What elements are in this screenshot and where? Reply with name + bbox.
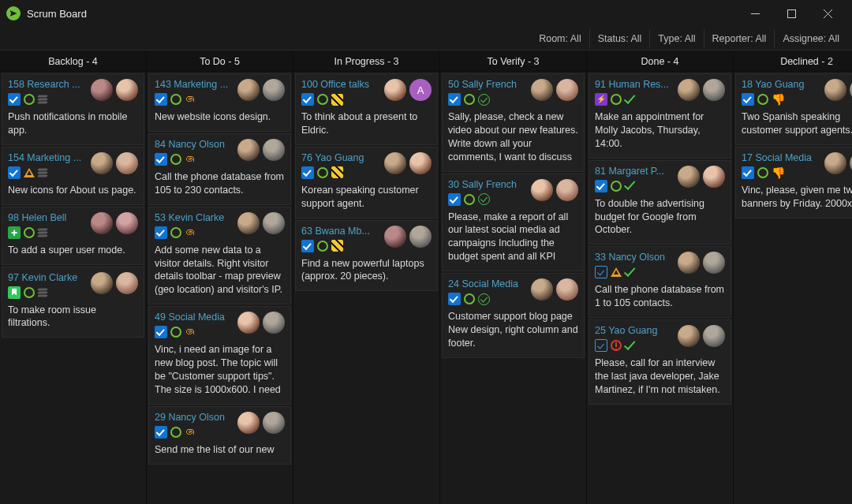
filter-type[interactable]: Type: All: [650, 29, 704, 48]
card-title[interactable]: 53 Kevin Clarke: [155, 212, 233, 223]
card[interactable]: 49 Social MediaVinc, i need an image for…: [148, 306, 291, 405]
card[interactable]: 91 Human Res...Make an appointment for M…: [589, 73, 731, 159]
avatar[interactable]: [237, 212, 260, 234]
card-title[interactable]: 18 Yao Guang: [742, 79, 820, 90]
avatar[interactable]: [116, 79, 138, 101]
card-icons: [8, 226, 86, 239]
column-body[interactable]: 143 Marketing ...New website icons desig…: [147, 72, 293, 504]
column-body[interactable]: 158 Research ...Push notifications in mo…: [0, 72, 146, 504]
card[interactable]: 98 Helen BellTo add a super user mode.: [2, 207, 144, 265]
avatar[interactable]: [384, 152, 406, 174]
card-title[interactable]: 50 Sally French: [448, 79, 526, 90]
card-title[interactable]: 29 Nancy Olson: [155, 412, 233, 423]
card[interactable]: 100 Office talksATo think about a presen…: [295, 73, 438, 145]
close-button[interactable]: [809, 0, 846, 27]
column-body[interactable]: 91 Human Res...Make an appointment for M…: [587, 72, 733, 504]
avatar[interactable]: [678, 252, 700, 274]
avatar[interactable]: [237, 312, 260, 334]
avatar[interactable]: [91, 79, 113, 101]
avatar[interactable]: [237, 139, 260, 161]
maximize-button[interactable]: [773, 0, 809, 27]
avatar[interactable]: [116, 272, 138, 294]
avatar[interactable]: [703, 252, 725, 274]
card[interactable]: 50 Sally FrenchSally, please, check a ne…: [442, 73, 585, 172]
card[interactable]: 17 Social MediaVinc, please, given me tw…: [735, 147, 852, 218]
avatar[interactable]: [703, 325, 725, 347]
card-title[interactable]: 154 Marketing ...: [8, 152, 86, 163]
card-title[interactable]: 98 Helen Bell: [8, 212, 86, 223]
avatar[interactable]: [263, 312, 285, 334]
avatar[interactable]: [556, 278, 578, 301]
minimize-button[interactable]: [737, 0, 773, 27]
card-title[interactable]: 49 Social Media: [155, 312, 233, 323]
card-title[interactable]: 100 Office talks: [301, 79, 379, 90]
avatar[interactable]: [703, 166, 725, 188]
avatar[interactable]: [531, 278, 553, 301]
column-body[interactable]: 18 Yao GuangTwo Spanish speaking custome…: [734, 72, 852, 504]
avatar[interactable]: [409, 152, 432, 174]
avatar[interactable]: [703, 79, 725, 101]
avatar[interactable]: [91, 212, 113, 234]
avatar[interactable]: [263, 212, 285, 234]
card[interactable]: 53 Kevin ClarkeAdd some new data to a vi…: [148, 207, 291, 305]
card[interactable]: 33 Nancy OlsonCall the phone database fr…: [589, 246, 731, 318]
filter-status[interactable]: Status: All: [590, 29, 651, 48]
card[interactable]: 143 Marketing ...New website icons desig…: [148, 73, 291, 132]
column-body[interactable]: 50 Sally FrenchSally, please, check a ne…: [440, 72, 586, 504]
avatar[interactable]: [263, 412, 285, 434]
card[interactable]: 97 Kevin ClarkeTo make room issue filtra…: [2, 267, 144, 338]
avatar[interactable]: [556, 79, 578, 101]
avatar[interactable]: [678, 79, 700, 101]
card[interactable]: 24 Social MediaCustomer support blog pag…: [442, 273, 585, 358]
avatar[interactable]: [409, 226, 432, 248]
card-title[interactable]: 81 Margaret P...: [595, 166, 673, 177]
avatar[interactable]: [237, 412, 260, 434]
avatar[interactable]: [531, 179, 553, 201]
card[interactable]: 30 Sally FrenchPlease, make a report of …: [442, 174, 585, 272]
card-title[interactable]: 76 Yao Guang: [301, 152, 379, 163]
filter-room[interactable]: Room: All: [531, 29, 590, 48]
board[interactable]: Backlog - 4158 Research ...Push notifica…: [0, 50, 852, 504]
card-title[interactable]: 25 Yao Guang: [595, 325, 673, 336]
card[interactable]: 84 Nancy OlsonCall the phone database fr…: [148, 133, 291, 205]
card[interactable]: 18 Yao GuangTwo Spanish speaking custome…: [735, 73, 852, 145]
avatar[interactable]: [678, 325, 700, 347]
avatar[interactable]: [531, 79, 553, 101]
avatar[interactable]: [384, 226, 406, 248]
filter-assignee[interactable]: Assignee: All: [775, 29, 847, 48]
card-title[interactable]: 97 Kevin Clarke: [8, 272, 86, 283]
card-avatars: [91, 79, 138, 106]
card[interactable]: 154 Marketing ...New icons for About us …: [2, 147, 144, 205]
avatar[interactable]: [91, 272, 113, 294]
card-title[interactable]: 30 Sally French: [448, 179, 526, 190]
avatar[interactable]: [824, 152, 846, 174]
avatar[interactable]: [384, 79, 406, 101]
avatar[interactable]: [237, 79, 260, 101]
card[interactable]: 158 Research ...Push notifications in mo…: [2, 73, 144, 145]
filter-reporter[interactable]: Reporter: All: [704, 29, 775, 48]
avatar[interactable]: [263, 139, 285, 161]
avatar[interactable]: [91, 152, 113, 174]
card[interactable]: 29 Nancy OlsonSend me the list of our ne…: [148, 406, 291, 465]
card-avatars: [678, 252, 725, 278]
card[interactable]: 63 Bwana Mb...Find a new powerful laptop…: [295, 220, 438, 292]
avatar[interactable]: [824, 79, 846, 101]
card-title[interactable]: 24 Social Media: [448, 278, 526, 289]
card-title[interactable]: 17 Social Media: [742, 152, 820, 163]
card-title[interactable]: 33 Nancy Olson: [595, 252, 673, 263]
card-title[interactable]: 84 Nancy Olson: [155, 139, 233, 150]
card[interactable]: 76 Yao GuangKorean speaking customer sup…: [295, 147, 438, 218]
card-title[interactable]: 63 Bwana Mb...: [301, 226, 379, 237]
avatar[interactable]: [556, 179, 578, 201]
card-title[interactable]: 143 Marketing ...: [155, 79, 233, 90]
avatar[interactable]: [116, 212, 138, 234]
avatar[interactable]: [678, 166, 700, 188]
card-title[interactable]: 91 Human Res...: [595, 79, 673, 90]
card[interactable]: 25 Yao GuangPlease, call for an intervie…: [589, 319, 731, 405]
avatar[interactable]: [263, 79, 285, 101]
column-body[interactable]: 100 Office talksATo think about a presen…: [293, 72, 439, 504]
card[interactable]: 81 Margaret P...To double the advertisin…: [589, 160, 731, 245]
avatar[interactable]: A: [409, 79, 432, 101]
avatar[interactable]: [116, 152, 138, 174]
card-title[interactable]: 158 Research ...: [8, 79, 86, 90]
